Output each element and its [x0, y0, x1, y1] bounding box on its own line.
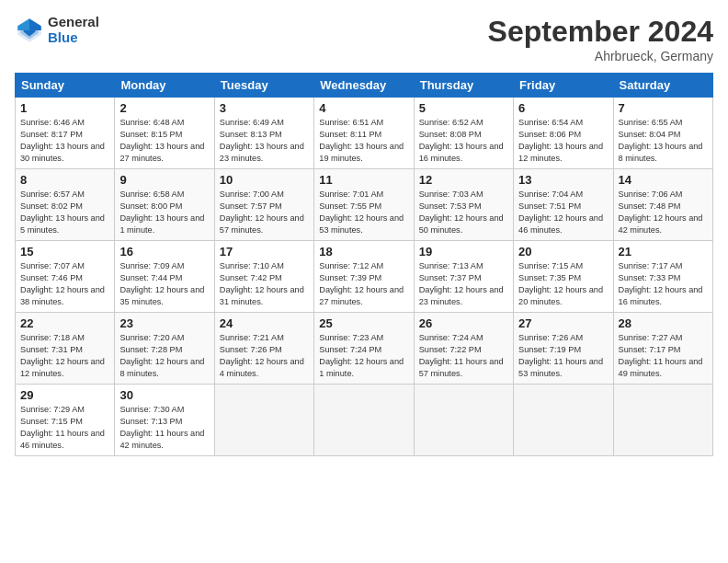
day-number: 26: [419, 316, 508, 330]
calendar-cell: 17Sunrise: 7:10 AMSunset: 7:42 PMDayligh…: [214, 241, 313, 313]
location: Ahrbrueck, Germany: [488, 49, 713, 63]
day-info: Sunrise: 6:55 AMSunset: 8:04 PMDaylight:…: [619, 117, 708, 165]
calendar-cell: 21Sunrise: 7:17 AMSunset: 7:33 PMDayligh…: [613, 241, 712, 313]
day-info: Sunrise: 7:15 AMSunset: 7:35 PMDaylight:…: [518, 260, 608, 308]
day-number: 6: [518, 101, 608, 115]
calendar-cell: 15Sunrise: 7:07 AMSunset: 7:46 PMDayligh…: [16, 241, 115, 313]
calendar-week-4: 22Sunrise: 7:18 AMSunset: 7:31 PMDayligh…: [16, 313, 713, 385]
calendar-week-3: 15Sunrise: 7:07 AMSunset: 7:46 PMDayligh…: [16, 241, 713, 313]
day-number: 22: [20, 316, 109, 330]
day-number: 14: [619, 173, 708, 187]
calendar-cell: 23Sunrise: 7:20 AMSunset: 7:28 PMDayligh…: [115, 313, 214, 385]
day-number: 19: [419, 245, 508, 259]
day-info: Sunrise: 6:51 AMSunset: 8:11 PMDaylight:…: [319, 117, 408, 165]
day-info: Sunrise: 7:10 AMSunset: 7:42 PMDaylight:…: [220, 260, 309, 308]
day-info: Sunrise: 7:30 AMSunset: 7:13 PMDaylight:…: [119, 404, 209, 452]
day-number: 5: [419, 101, 508, 115]
day-info: Sunrise: 6:58 AMSunset: 8:00 PMDaylight:…: [119, 189, 209, 236]
day-number: 27: [518, 316, 608, 330]
day-number: 25: [319, 316, 408, 330]
day-info: Sunrise: 7:20 AMSunset: 7:28 PMDaylight:…: [119, 332, 209, 380]
day-info: Sunrise: 6:46 AMSunset: 8:17 PMDaylight:…: [20, 117, 109, 165]
calendar-cell: 20Sunrise: 7:15 AMSunset: 7:35 PMDayligh…: [514, 241, 613, 313]
calendar-week-5: 29Sunrise: 7:29 AMSunset: 7:15 PMDayligh…: [16, 385, 713, 456]
calendar-cell: 7Sunrise: 6:55 AMSunset: 8:04 PMDaylight…: [613, 98, 712, 169]
day-number: 16: [119, 245, 209, 259]
day-info: Sunrise: 7:06 AMSunset: 7:48 PMDaylight:…: [619, 189, 708, 236]
day-number: 11: [319, 173, 408, 187]
day-info: Sunrise: 7:23 AMSunset: 7:24 PMDaylight:…: [319, 332, 408, 380]
day-header-tuesday: Tuesday: [214, 74, 313, 98]
calendar-cell: [314, 385, 414, 456]
day-info: Sunrise: 7:29 AMSunset: 7:15 PMDaylight:…: [20, 404, 109, 452]
calendar-cell: 9Sunrise: 6:58 AMSunset: 8:00 PMDaylight…: [115, 169, 214, 241]
day-info: Sunrise: 7:24 AMSunset: 7:22 PMDaylight:…: [419, 332, 508, 380]
day-number: 18: [319, 245, 408, 259]
day-info: Sunrise: 7:17 AMSunset: 7:33 PMDaylight:…: [619, 260, 708, 308]
day-info: Sunrise: 7:04 AMSunset: 7:51 PMDaylight:…: [518, 189, 608, 236]
calendar-cell: 1Sunrise: 6:46 AMSunset: 8:17 PMDaylight…: [16, 98, 115, 169]
calendar-cell: 28Sunrise: 7:27 AMSunset: 7:17 PMDayligh…: [613, 313, 712, 385]
day-number: 7: [619, 101, 708, 115]
day-info: Sunrise: 7:00 AMSunset: 7:57 PMDaylight:…: [220, 189, 309, 236]
day-number: 1: [20, 101, 109, 115]
day-info: Sunrise: 7:18 AMSunset: 7:31 PMDaylight:…: [20, 332, 109, 380]
day-number: 17: [220, 245, 309, 259]
calendar-cell: 22Sunrise: 7:18 AMSunset: 7:31 PMDayligh…: [16, 313, 115, 385]
calendar-cell: [613, 385, 712, 456]
day-info: Sunrise: 7:01 AMSunset: 7:55 PMDaylight:…: [319, 189, 408, 236]
day-info: Sunrise: 7:21 AMSunset: 7:26 PMDaylight:…: [220, 332, 309, 380]
header: General Blue September 2024 Ahrbrueck, G…: [15, 15, 713, 63]
logo-icon: [15, 16, 44, 45]
day-info: Sunrise: 6:48 AMSunset: 8:15 PMDaylight:…: [119, 117, 209, 165]
day-info: Sunrise: 6:49 AMSunset: 8:13 PMDaylight:…: [220, 117, 309, 165]
calendar-cell: 30Sunrise: 7:30 AMSunset: 7:13 PMDayligh…: [115, 385, 214, 456]
day-number: 20: [518, 245, 608, 259]
day-number: 23: [119, 316, 209, 330]
day-number: 29: [20, 388, 109, 402]
calendar-page: General Blue September 2024 Ahrbrueck, G…: [0, 0, 728, 563]
day-header-friday: Friday: [514, 74, 613, 98]
logo-general-text: General: [48, 15, 99, 30]
calendar-cell: 10Sunrise: 7:00 AMSunset: 7:57 PMDayligh…: [214, 169, 313, 241]
calendar-cell: 3Sunrise: 6:49 AMSunset: 8:13 PMDaylight…: [214, 98, 313, 169]
day-info: Sunrise: 6:54 AMSunset: 8:06 PMDaylight:…: [518, 117, 608, 165]
day-number: 15: [20, 245, 109, 259]
day-number: 28: [619, 316, 708, 330]
day-info: Sunrise: 6:57 AMSunset: 8:02 PMDaylight:…: [20, 189, 109, 236]
calendar-cell: 5Sunrise: 6:52 AMSunset: 8:08 PMDaylight…: [414, 98, 513, 169]
day-info: Sunrise: 7:26 AMSunset: 7:19 PMDaylight:…: [518, 332, 608, 380]
calendar-cell: [414, 385, 513, 456]
calendar-cell: 13Sunrise: 7:04 AMSunset: 7:51 PMDayligh…: [514, 169, 613, 241]
calendar-cell: 26Sunrise: 7:24 AMSunset: 7:22 PMDayligh…: [414, 313, 513, 385]
day-number: 30: [119, 388, 209, 402]
calendar-cell: 12Sunrise: 7:03 AMSunset: 7:53 PMDayligh…: [414, 169, 513, 241]
calendar-cell: 18Sunrise: 7:12 AMSunset: 7:39 PMDayligh…: [314, 241, 414, 313]
calendar-cell: 2Sunrise: 6:48 AMSunset: 8:15 PMDaylight…: [115, 98, 214, 169]
calendar-cell: 11Sunrise: 7:01 AMSunset: 7:55 PMDayligh…: [314, 169, 414, 241]
calendar-week-2: 8Sunrise: 6:57 AMSunset: 8:02 PMDaylight…: [16, 169, 713, 241]
calendar-header-row: SundayMondayTuesdayWednesdayThursdayFrid…: [16, 74, 713, 98]
day-number: 13: [518, 173, 608, 187]
calendar-cell: 25Sunrise: 7:23 AMSunset: 7:24 PMDayligh…: [314, 313, 414, 385]
calendar-cell: [214, 385, 313, 456]
calendar-cell: 24Sunrise: 7:21 AMSunset: 7:26 PMDayligh…: [214, 313, 313, 385]
calendar-cell: 4Sunrise: 6:51 AMSunset: 8:11 PMDaylight…: [314, 98, 414, 169]
logo-text: General Blue: [48, 15, 99, 45]
day-info: Sunrise: 7:07 AMSunset: 7:46 PMDaylight:…: [20, 260, 109, 308]
calendar-cell: 16Sunrise: 7:09 AMSunset: 7:44 PMDayligh…: [115, 241, 214, 313]
day-number: 4: [319, 101, 408, 115]
logo: General Blue: [15, 15, 99, 45]
calendar-week-1: 1Sunrise: 6:46 AMSunset: 8:17 PMDaylight…: [16, 98, 713, 169]
calendar-table: SundayMondayTuesdayWednesdayThursdayFrid…: [15, 73, 713, 456]
day-header-saturday: Saturday: [613, 74, 712, 98]
day-info: Sunrise: 7:13 AMSunset: 7:37 PMDaylight:…: [419, 260, 508, 308]
day-header-wednesday: Wednesday: [314, 74, 414, 98]
day-info: Sunrise: 6:52 AMSunset: 8:08 PMDaylight:…: [419, 117, 508, 165]
calendar-cell: 14Sunrise: 7:06 AMSunset: 7:48 PMDayligh…: [613, 169, 712, 241]
day-info: Sunrise: 7:03 AMSunset: 7:53 PMDaylight:…: [419, 189, 508, 236]
day-info: Sunrise: 7:12 AMSunset: 7:39 PMDaylight:…: [319, 260, 408, 308]
calendar-cell: 8Sunrise: 6:57 AMSunset: 8:02 PMDaylight…: [16, 169, 115, 241]
day-header-thursday: Thursday: [414, 74, 513, 98]
month-title: September 2024: [488, 15, 713, 49]
